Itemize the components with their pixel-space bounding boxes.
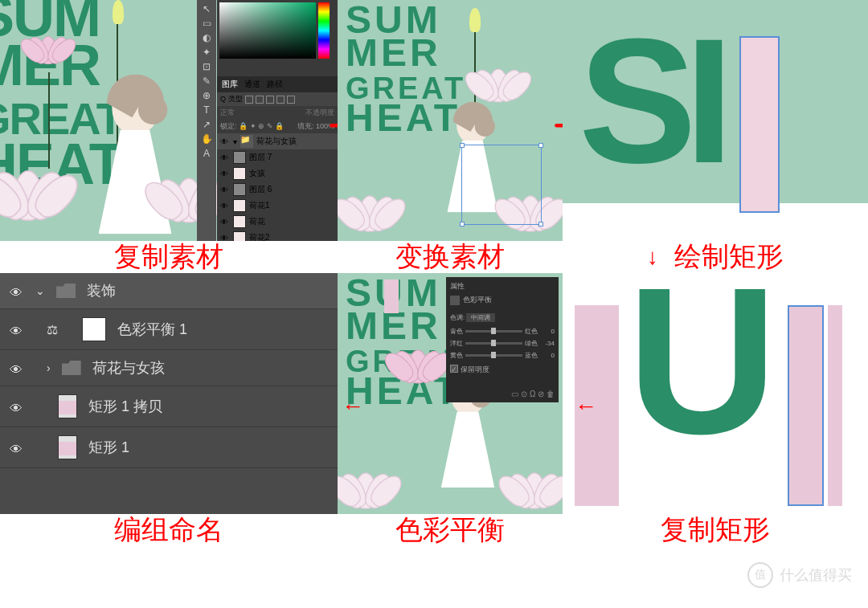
color-picker[interactable] (217, 0, 338, 76)
tool-stamp[interactable]: ⊕ (199, 90, 215, 101)
visibility-icon[interactable]: 👁 (220, 218, 230, 226)
panel-draw-rect: SI (563, 0, 868, 241)
shape-thumb (58, 394, 77, 418)
panel-copy-material: SUM MER GREAT HEAT ↖ (0, 0, 338, 241)
slider-value[interactable]: -34 (540, 340, 555, 347)
shape-layer-row[interactable]: 👁 矩形 1 拷贝 (0, 386, 338, 427)
layer-thumb (233, 231, 246, 241)
slider[interactable] (465, 342, 522, 345)
blend-mode[interactable]: 正常 (220, 108, 235, 118)
visibility-icon[interactable]: 👁 (220, 234, 230, 242)
layer-name: 荷花1 (249, 200, 270, 211)
step-label: 变换素材 (338, 241, 563, 273)
drawn-rectangle[interactable] (739, 36, 780, 213)
layer-filter[interactable]: Q 类型 (217, 92, 338, 106)
panel-color-balance: SUM MER GREAT HEAT 属性 (338, 273, 563, 514)
visibility-icon[interactable]: 👁 (220, 186, 230, 194)
yellow-blue-slider: 黄色蓝色0 (450, 351, 555, 360)
folder-icon: 📁 (240, 135, 253, 148)
layer-thumb (233, 199, 246, 212)
arrow-right-icon: ➜ (551, 112, 563, 137)
tool-wand[interactable]: ✦ (199, 47, 215, 58)
group-name: 荷花与女孩 (256, 136, 297, 147)
tab-channels[interactable]: 通道 (244, 79, 260, 90)
visibility-icon[interactable]: 👁 (220, 137, 230, 146)
layers-tabs: 图库 通道 路径 (217, 76, 338, 92)
layers-panel-large: 👁 ⌄ 装饰 👁 ⚖ 色彩平衡 1 👁 › 荷花与女孩 👁 (0, 273, 338, 514)
tab-paths[interactable]: 路径 (267, 79, 283, 90)
color-field[interactable] (219, 2, 316, 59)
poster-preview-2: SUM MER GREAT HEAT (338, 0, 563, 241)
visibility-icon[interactable]: 👁 (10, 443, 24, 452)
transform-bounds[interactable] (461, 145, 542, 225)
visibility-icon[interactable]: 👁 (220, 169, 230, 178)
visibility-icon[interactable]: 👁 (10, 363, 24, 373)
visibility-icon[interactable]: 👁 (220, 153, 230, 162)
preserve-checkbox[interactable]: ✓ (450, 365, 458, 373)
visibility-icon[interactable]: 👁 (220, 202, 230, 210)
transform-handle[interactable] (460, 222, 465, 226)
step-label: ↓ 绘制矩形 (563, 241, 868, 273)
adjustment-layer-row[interactable]: 👁 ⚖ 色彩平衡 1 (0, 309, 338, 350)
layer-name: 女孩 (249, 168, 265, 179)
folder-icon (62, 361, 81, 375)
filter-icon[interactable] (287, 96, 295, 104)
tool-move[interactable]: ↖ (199, 3, 215, 14)
slider-value[interactable]: 0 (540, 328, 555, 335)
layer-group-row[interactable]: 👁 ⌄ 装饰 (0, 273, 338, 309)
layer-row[interactable]: 👁荷花1 (217, 198, 338, 214)
shape-layer-row[interactable]: 👁 矩形 1 (0, 427, 338, 468)
lotus-bud (113, 0, 124, 24)
group-name: 荷花与女孩 (92, 358, 165, 377)
layer-row[interactable]: 👁图层 6 (217, 182, 338, 198)
step-label: 编组命名 (0, 514, 338, 546)
layer-row[interactable]: 👁荷花 (217, 214, 338, 230)
chevron-right-icon[interactable]: › (47, 361, 51, 374)
filter-icon[interactable] (276, 96, 285, 104)
rect-extra (828, 305, 842, 506)
cyan-red-slider: 青色红色0 (450, 327, 555, 336)
layer-row[interactable]: 👁荷花2 (217, 230, 338, 241)
slider-value[interactable]: 0 (540, 352, 555, 359)
watermark: 值 什么值得买 (747, 562, 852, 588)
panel-transform: SUM MER GREAT HEAT (338, 0, 563, 241)
tool-marquee[interactable]: ▭ (199, 18, 215, 29)
tool-path[interactable]: ↗ (199, 119, 215, 130)
slider[interactable] (465, 330, 522, 333)
lotus-white (338, 472, 397, 514)
preserve-row: ✓ 保留明度 (450, 365, 555, 375)
tool-crop[interactable]: ⊡ (199, 61, 215, 72)
transform-handle[interactable] (538, 143, 543, 148)
visibility-icon[interactable]: 👁 (10, 286, 24, 296)
pink-bar (384, 280, 399, 313)
filter-icon[interactable] (266, 96, 274, 104)
visibility-icon[interactable]: 👁 (10, 402, 24, 411)
transform-handle[interactable] (538, 222, 543, 226)
layer-name: 图层 6 (249, 184, 272, 195)
tab-layers[interactable]: 图库 (222, 79, 238, 90)
panel-footer: ▭ ⊙ Ω ⊘ 🗑 (450, 390, 555, 398)
visibility-icon[interactable]: 👁 (10, 324, 24, 334)
tool-brush[interactable]: ✎ (199, 75, 215, 87)
hue-slider[interactable] (318, 2, 330, 59)
tool-type[interactable]: T (199, 104, 215, 116)
lotus-white (503, 472, 563, 514)
tool-text-a[interactable]: A (199, 148, 215, 159)
filter-icon[interactable] (245, 96, 253, 104)
subgroup-row[interactable]: 👁 › 荷花与女孩 (0, 350, 338, 386)
slider[interactable] (465, 354, 522, 357)
layer-row[interactable]: 👁女孩 (217, 165, 338, 182)
panel-group-naming: 👁 ⌄ 装饰 👁 ⚖ 色彩平衡 1 👁 › 荷花与女孩 👁 (0, 273, 338, 514)
tool-lasso[interactable]: ◐ (199, 32, 215, 43)
layer-group[interactable]: 👁 ▾📁 荷花与女孩 (217, 133, 338, 149)
chevron-down-icon[interactable]: ⌄ (35, 284, 45, 297)
layer-row[interactable]: 👁图层 7 (217, 149, 338, 165)
properties-panel: 属性 色彩平衡 色调: 中间调 青色红色0 洋红绿色-34 黄色蓝色0 ✓ 保留… (446, 277, 559, 402)
transform-handle[interactable] (460, 143, 465, 148)
tone-dropdown[interactable]: 中间调 (466, 313, 495, 322)
tool-hand[interactable]: ✋ (199, 133, 215, 145)
layer-mask[interactable] (82, 317, 106, 341)
filter-icon[interactable] (256, 96, 264, 104)
group-name: 装饰 (87, 281, 116, 300)
rect-copied-selected[interactable] (788, 305, 824, 506)
